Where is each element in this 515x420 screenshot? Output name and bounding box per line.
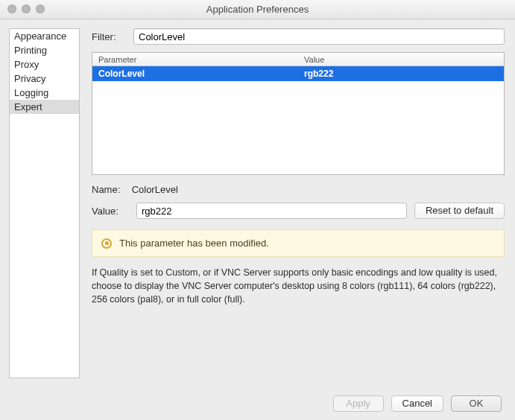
- titlebar: Application Preferences: [0, 0, 515, 19]
- detail-value-label: Value:: [92, 206, 129, 217]
- table-header-parameter[interactable]: Parameter: [92, 55, 298, 64]
- cancel-button[interactable]: Cancel: [391, 395, 443, 412]
- detail-value-input[interactable]: [136, 203, 407, 219]
- window-controls: [7, 4, 45, 13]
- apply-button[interactable]: Apply: [333, 395, 384, 412]
- detail-name-label: Name:: [92, 184, 129, 195]
- sidebar-item-appearance[interactable]: Appearance: [10, 29, 79, 43]
- modified-notice-text: This parameter has been modified.: [119, 238, 269, 249]
- table-header: Parameter Value: [92, 53, 504, 66]
- table-row[interactable]: ColorLevel rgb222: [92, 66, 504, 81]
- sidebar-item-expert[interactable]: Expert: [10, 100, 79, 114]
- zoom-window-button[interactable]: [36, 4, 45, 13]
- main-panel: Filter: Parameter Value ColorLevel rgb22…: [92, 28, 515, 387]
- parameter-table: Parameter Value ColorLevel rgb222: [92, 52, 505, 175]
- detail-name-row: Name: ColorLevel: [92, 184, 505, 195]
- dialog-footer: Apply Cancel OK: [0, 387, 515, 420]
- modified-icon: [101, 238, 112, 249]
- sidebar-item-proxy[interactable]: Proxy: [10, 57, 79, 71]
- window-title: Application Preferences: [0, 4, 515, 15]
- filter-row: Filter:: [92, 28, 505, 45]
- reset-to-default-button[interactable]: Reset to default: [414, 203, 505, 219]
- filter-input[interactable]: [133, 28, 505, 45]
- table-cell-parameter: ColorLevel: [92, 69, 298, 79]
- ok-button[interactable]: OK: [451, 395, 502, 412]
- close-window-button[interactable]: [7, 4, 16, 13]
- modified-notice: This parameter has been modified.: [92, 229, 505, 257]
- detail-value-row: Value: Reset to default: [92, 203, 505, 219]
- sidebar-item-privacy[interactable]: Privacy: [10, 71, 79, 86]
- minimize-window-button[interactable]: [22, 4, 31, 13]
- sidebar-item-printing[interactable]: Printing: [10, 43, 79, 57]
- table-cell-value: rgb222: [298, 69, 504, 79]
- detail-name-value: ColorLevel: [132, 184, 178, 195]
- sidebar-item-logging[interactable]: Logging: [10, 86, 79, 100]
- sidebar: Appearance Printing Proxy Privacy Loggin…: [9, 28, 80, 378]
- filter-label: Filter:: [92, 31, 129, 42]
- window-body: Appearance Printing Proxy Privacy Loggin…: [0, 19, 515, 387]
- parameter-description: If Quality is set to Custom, or if VNC S…: [92, 266, 505, 306]
- table-header-value[interactable]: Value: [298, 55, 504, 64]
